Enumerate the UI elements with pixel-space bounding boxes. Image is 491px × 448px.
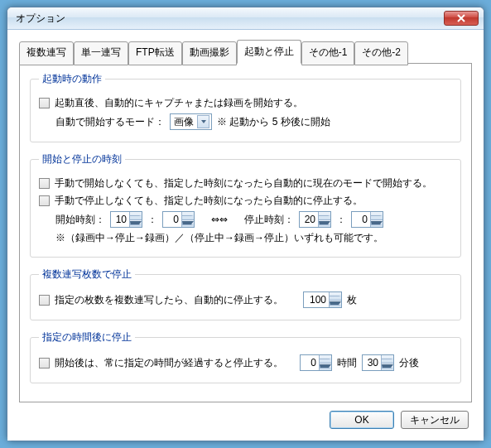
- count-suffix: 枚: [347, 293, 357, 307]
- stop-time-label: 停止時刻：: [244, 213, 294, 227]
- count-stepper[interactable]: 100: [303, 291, 342, 308]
- group-time-legend: 開始と停止の時刻: [39, 152, 125, 166]
- mode-select[interactable]: 画像: [170, 113, 212, 130]
- hours-stepper[interactable]: 0: [300, 354, 332, 371]
- auto-stop-time-checkbox[interactable]: [39, 195, 50, 206]
- duration-stop-checkbox[interactable]: [39, 358, 50, 369]
- time-note: ※（録画中→停止→録画）／（停止中→録画→停止）いずれも可能です。: [55, 231, 383, 245]
- cancel-button[interactable]: キャンセル: [401, 411, 469, 429]
- window-title: オプション: [16, 12, 444, 26]
- dialog-window: オプション 複数連写 単一連写 FTP転送 動画撮影 起動と停止 その他-1 そ…: [7, 7, 484, 441]
- auto-start-label: 起動直後、自動的にキャプチャまたは録画を開始する。: [55, 96, 303, 110]
- ok-button[interactable]: OK: [330, 411, 394, 429]
- group-time: 開始と停止の時刻 手動で開始しなくても、指定した時刻になったら自動的に現在のモー…: [30, 152, 461, 258]
- swap-icon: ⇔⇔: [211, 214, 228, 225]
- minutes-stepper[interactable]: 30: [362, 354, 394, 371]
- tab-video[interactable]: 動画撮影: [182, 41, 237, 65]
- group-count: 複数連写枚数で停止 指定の枚数を複数連写したら、自動的に停止する。 100 枚: [30, 267, 461, 320]
- count-stop-label: 指定の枚数を複数連写したら、自動的に停止する。: [55, 293, 283, 307]
- mode-select-value: 画像: [174, 115, 194, 129]
- tab-panel: 起動時の動作 起動直後、自動的にキャプチャまたは録画を開始する。 自動で開始する…: [19, 63, 472, 402]
- tab-bar: 複数連写 単一連写 FTP転送 動画撮影 起動と停止 その他-1 その他-2: [19, 40, 472, 64]
- auto-start-checkbox[interactable]: [39, 98, 50, 108]
- duration-stop-label: 開始後は、常に指定の時間が経過すると停止する。: [55, 356, 283, 370]
- tab-start-stop[interactable]: 起動と停止: [237, 40, 301, 64]
- group-count-legend: 複数連写枚数で停止: [39, 267, 135, 282]
- tab-ftp[interactable]: FTP転送: [128, 41, 182, 65]
- stop-minute-stepper[interactable]: 0: [351, 211, 383, 228]
- auto-start-time-checkbox[interactable]: [39, 178, 50, 189]
- group-startup-legend: 起動時の動作: [39, 72, 105, 86]
- start-time-label: 開始時刻：: [55, 213, 105, 227]
- close-button[interactable]: [444, 11, 479, 26]
- tab-other-1[interactable]: その他-1: [301, 41, 355, 65]
- minutes-label: 分後: [399, 356, 419, 370]
- start-minute-stepper[interactable]: 0: [162, 211, 195, 228]
- tab-other-2[interactable]: その他-2: [354, 41, 408, 65]
- dialog-body: 複数連写 単一連写 FTP転送 動画撮影 起動と停止 その他-1 その他-2 起…: [7, 30, 484, 441]
- chevron-down-icon: [197, 115, 209, 128]
- stop-hour-stepper[interactable]: 20: [299, 211, 331, 228]
- group-duration-legend: 指定の時間後に停止: [39, 330, 135, 344]
- mode-label: 自動で開始するモード：: [55, 115, 165, 129]
- group-duration: 指定の時間後に停止 開始後は、常に指定の時間が経過すると停止する。 0 時間 3…: [30, 330, 461, 383]
- titlebar: オプション: [7, 7, 484, 30]
- tab-single-burst[interactable]: 単一連写: [74, 41, 128, 65]
- auto-stop-time-label: 手動で停止しなくても、指定した時刻になったら自動的に停止する。: [55, 194, 363, 208]
- auto-start-time-label: 手動で開始しなくても、指定した時刻になったら自動的に現在のモードで開始する。: [55, 176, 432, 190]
- mode-note: ※ 起動から 5 秒後に開始: [217, 115, 330, 129]
- close-icon: [457, 14, 465, 22]
- time-colon: ：: [147, 213, 157, 227]
- hours-label: 時間: [337, 356, 357, 370]
- count-stop-checkbox[interactable]: [39, 295, 50, 306]
- tab-multi-burst[interactable]: 複数連写: [19, 41, 74, 65]
- time-colon-2: ：: [336, 213, 346, 227]
- start-hour-stepper[interactable]: 10: [110, 211, 142, 228]
- group-startup: 起動時の動作 起動直後、自動的にキャプチャまたは録画を開始する。 自動で開始する…: [30, 72, 461, 142]
- button-bar: OK キャンセル: [19, 402, 472, 432]
